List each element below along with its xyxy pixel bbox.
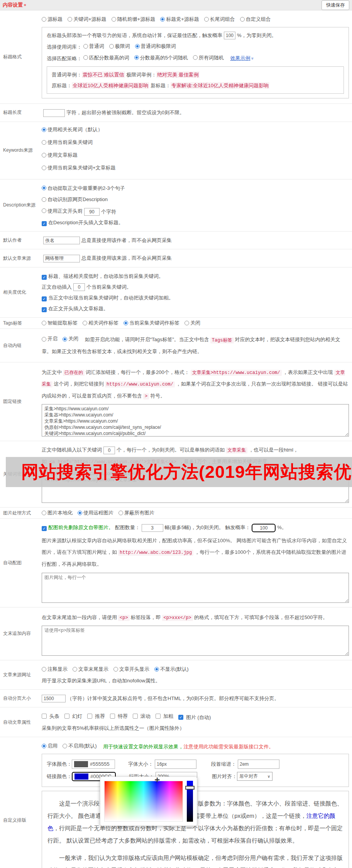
font-color-swatch[interactable] bbox=[74, 761, 88, 767]
description-option-1[interactable]: 自动提取正文中最重要的2-3个句子 bbox=[42, 184, 349, 193]
description-option-2[interactable]: 自动识别原网页Description bbox=[42, 195, 349, 204]
checkbox-icon[interactable] bbox=[110, 714, 115, 719]
checkbox-option[interactable]: 图片 (自动) bbox=[178, 713, 211, 721]
collapse-chevron-icon[interactable]: « bbox=[22, 4, 27, 6]
radio-icon[interactable] bbox=[134, 55, 139, 60]
radio-icon[interactable] bbox=[83, 321, 87, 325]
image-count-input[interactable] bbox=[142, 524, 163, 532]
radio-icon[interactable] bbox=[73, 667, 77, 672]
radio-option[interactable]: 不显示(默认) bbox=[154, 665, 189, 673]
radio-option[interactable]: 文章开头显示 bbox=[113, 665, 149, 673]
title-length-input[interactable] bbox=[43, 109, 65, 117]
fixed-links-textarea[interactable]: 采集>https://www.ucaiyun.com/ 采集器>https://… bbox=[42, 404, 349, 437]
radio-icon[interactable] bbox=[42, 321, 46, 325]
color-picker-slider-handle[interactable] bbox=[185, 786, 195, 790]
title-trigger-probability-input[interactable] bbox=[224, 32, 235, 39]
radio-option[interactable]: 长尾词组合 bbox=[204, 15, 235, 23]
checkbox-option[interactable]: 推荐 bbox=[87, 712, 105, 720]
radio-icon[interactable] bbox=[204, 17, 209, 22]
radio-icon[interactable] bbox=[240, 17, 245, 22]
radio-option[interactable]: 注释显示 bbox=[42, 665, 68, 673]
radio-icon[interactable] bbox=[109, 44, 114, 49]
radio-option[interactable]: 标题党+源标题 bbox=[160, 15, 199, 23]
radio-option[interactable]: 使用相关长尾词（默认） bbox=[42, 126, 349, 133]
description-option-3[interactable]: 使用正文开头前个字符 bbox=[42, 207, 349, 216]
description-chars-input[interactable] bbox=[84, 208, 100, 216]
checkbox-icon[interactable] bbox=[42, 275, 47, 280]
radio-option[interactable]: 使用当前采集关键词+文章标题 bbox=[42, 164, 349, 171]
radio-icon[interactable] bbox=[63, 744, 67, 748]
checkbox-icon[interactable] bbox=[87, 714, 92, 719]
relevance-line-3[interactable]: 当正文中出现当前采集关键词时，自动把该关键词加粗。 bbox=[42, 294, 349, 302]
radio-option[interactable]: 文章末尾显示 bbox=[73, 665, 108, 673]
radio-icon[interactable] bbox=[42, 667, 46, 672]
radio-option[interactable]: 智能提取标签 bbox=[42, 320, 78, 327]
color-picker-saturation-area[interactable]: + bbox=[104, 781, 183, 822]
radio-icon[interactable] bbox=[160, 17, 165, 22]
checkbox-icon[interactable] bbox=[64, 714, 69, 719]
indent-input[interactable] bbox=[238, 760, 279, 769]
page-size-input[interactable] bbox=[42, 695, 66, 702]
radio-icon[interactable] bbox=[42, 208, 46, 213]
relevance-line-1[interactable]: 标题、描述相关度低时，自动添加当前采集关键词。 bbox=[42, 272, 349, 280]
radio-option[interactable]: 关闭 bbox=[63, 333, 78, 345]
link-color-swatch[interactable] bbox=[74, 773, 88, 780]
default-author-input[interactable] bbox=[43, 237, 80, 244]
default-source-input[interactable] bbox=[43, 255, 80, 262]
radio-icon[interactable] bbox=[193, 55, 198, 60]
radio-icon[interactable] bbox=[184, 321, 189, 325]
checkbox-option[interactable]: 滚动 bbox=[133, 712, 151, 720]
checkbox-icon[interactable] bbox=[42, 296, 47, 301]
radio-icon[interactable] bbox=[42, 744, 46, 748]
append-content-textarea[interactable] bbox=[42, 626, 349, 656]
radio-option[interactable]: 普通词和极限词 bbox=[135, 42, 176, 50]
checkbox-icon[interactable] bbox=[42, 221, 47, 226]
checkbox-icon[interactable] bbox=[42, 307, 47, 312]
quick-save-button[interactable]: 快速保存 bbox=[322, 0, 349, 10]
radio-option[interactable]: 启用 bbox=[42, 742, 58, 750]
radio-icon[interactable] bbox=[68, 17, 72, 22]
keyword-density-count-input[interactable] bbox=[103, 447, 115, 454]
radio-icon[interactable] bbox=[113, 667, 118, 672]
radio-option[interactable]: 不启用(默认) bbox=[63, 742, 97, 750]
radio-option[interactable]: 使用远程图片 bbox=[78, 509, 113, 516]
radio-icon[interactable] bbox=[63, 337, 67, 342]
radio-option[interactable]: 随机前缀+源标题 bbox=[112, 15, 156, 23]
checkbox-icon[interactable] bbox=[178, 715, 183, 720]
insert-keywords-count-input[interactable] bbox=[73, 283, 85, 291]
color-picker-crosshair-icon[interactable]: + bbox=[154, 775, 160, 785]
radio-option[interactable]: 当前采集关键词作标签 bbox=[124, 320, 179, 327]
radio-option[interactable]: 普通词 bbox=[83, 42, 104, 50]
radio-icon[interactable] bbox=[42, 153, 46, 157]
checkbox-option[interactable]: 特荐 bbox=[110, 712, 128, 720]
radio-icon[interactable] bbox=[118, 511, 123, 515]
radio-option[interactable]: 图片本地化 bbox=[42, 509, 73, 516]
checkbox-option[interactable]: 头条 bbox=[42, 712, 59, 720]
image-urls-textarea[interactable] bbox=[42, 573, 349, 603]
radio-icon[interactable] bbox=[42, 197, 46, 202]
radio-icon[interactable] bbox=[42, 186, 46, 190]
checkbox-option[interactable]: 加粗 bbox=[156, 712, 173, 720]
checkbox-option[interactable]: 幻灯 bbox=[64, 712, 82, 720]
radio-option[interactable]: 源标题 bbox=[42, 15, 63, 23]
radio-icon[interactable] bbox=[83, 55, 88, 60]
radio-option[interactable]: 所有词随机 bbox=[193, 54, 224, 62]
radio-option[interactable]: 使用当前采集关键词 bbox=[42, 139, 349, 146]
radio-option[interactable]: 开启 bbox=[42, 333, 58, 345]
img-align-select[interactable]: 居中对齐 ∨ bbox=[237, 772, 272, 781]
radio-icon[interactable] bbox=[135, 44, 140, 49]
checkbox-icon[interactable] bbox=[42, 714, 47, 719]
radio-icon[interactable] bbox=[42, 17, 46, 22]
radio-icon[interactable] bbox=[42, 511, 46, 515]
color-picker-hue-slider[interactable] bbox=[187, 781, 193, 822]
radio-icon[interactable] bbox=[112, 17, 116, 22]
description-option-4[interactable]: 在Description开头插入文章标题。 bbox=[42, 218, 349, 227]
radio-option[interactable]: 相关词作标签 bbox=[83, 320, 118, 327]
checkbox-icon[interactable] bbox=[42, 526, 47, 531]
font-color-value-input[interactable] bbox=[89, 761, 114, 767]
radio-option[interactable]: 匹配分数最高的词 bbox=[83, 54, 129, 62]
radio-icon[interactable] bbox=[124, 321, 128, 325]
font-size-input[interactable] bbox=[155, 760, 196, 769]
font-color-input[interactable] bbox=[72, 760, 115, 769]
radio-icon[interactable] bbox=[42, 140, 46, 145]
